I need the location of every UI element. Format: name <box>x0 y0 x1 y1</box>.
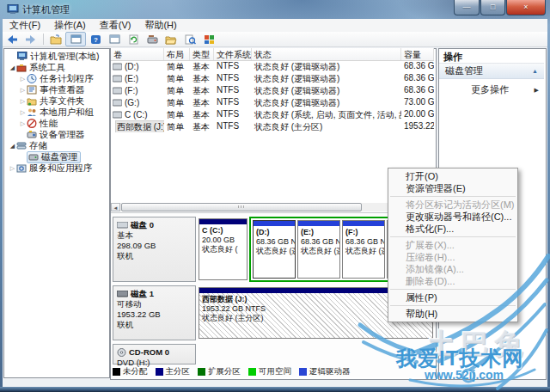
disk-icon <box>28 152 39 162</box>
column-header-type[interactable]: 类型 <box>190 48 214 60</box>
scrollbar-thumb[interactable] <box>121 203 362 211</box>
submenu-arrow-icon: ▶ <box>535 87 544 94</box>
menu-bar: 文件(F) 操作(A) 查看(V) 帮助(H) <box>3 19 547 33</box>
partition-size: 68.36 GB N <box>256 237 295 246</box>
partition-f[interactable]: (F:) 68.36 GB N 状态良好 (逻 <box>342 220 385 279</box>
tree-item-label: 服务和应用程序 <box>29 162 93 175</box>
title-bar[interactable]: 计算机管理 — □ × <box>0 0 550 19</box>
settings-icon[interactable] <box>199 33 218 46</box>
volume-capacity: 73.00 GB <box>401 96 434 108</box>
legend-item-extended: 扩展分区 <box>198 366 241 377</box>
toolbar: ? <box>3 32 547 47</box>
more-actions-item[interactable]: 更多操作 ▶ <box>439 83 544 96</box>
expander-icon[interactable]: ▷ <box>19 76 27 83</box>
column-header-layout[interactable]: 布局 <box>164 48 190 60</box>
tree-item-storage[interactable]: ◢ 存储 <box>5 140 47 151</box>
rescan-disks-icon[interactable] <box>143 33 162 46</box>
show-console-tree-icon[interactable] <box>46 33 65 46</box>
tree-item-shared-folders[interactable]: ▷ 共享文件夹 <box>5 95 85 107</box>
tree-item-label: 事件查看器 <box>40 84 85 96</box>
volume-name: (D:) <box>125 62 139 71</box>
close-button[interactable]: × <box>506 0 546 15</box>
find-icon[interactable] <box>180 33 199 46</box>
minimize-button[interactable]: — <box>454 0 480 15</box>
partition-size: 20.00 GB <box>202 236 235 244</box>
volume-row-e[interactable]: (E:) 简单 基本 NTFS 状态良好 (逻辑驱动器) 68.36 GB <box>111 72 434 84</box>
expander-icon[interactable]: ▷ <box>19 87 27 94</box>
forward-icon[interactable] <box>21 33 40 46</box>
menu-action[interactable]: 操作(A) <box>47 19 93 32</box>
volume-icon <box>113 99 122 107</box>
menu-separator <box>390 305 516 306</box>
console-window-icon[interactable] <box>65 32 86 46</box>
partition-name: (E:) <box>301 228 314 236</box>
refresh-icon[interactable] <box>124 33 143 46</box>
device-manager-icon <box>27 130 37 139</box>
tree-item-task-scheduler[interactable]: ▷ 任务计划程序 <box>5 73 94 84</box>
volume-row-f[interactable]: (F:) 简单 基本 NTFS 状态良好 (逻辑驱动器) 68.36 GB <box>111 84 434 96</box>
disk0-header[interactable]: 磁盘 0 基本 298.09 GB 联机 <box>113 217 196 282</box>
app-icon <box>7 4 19 15</box>
menu-file[interactable]: 文件(F) <box>3 19 47 32</box>
back-icon[interactable] <box>3 33 21 46</box>
volume-row-g[interactable]: (G:) 简单 基本 NTFS 状态良好 (逻辑驱动器) 73.00 GB <box>111 96 434 108</box>
tree-item-label: 任务计划程序 <box>40 73 94 85</box>
tree-item-label: 性能 <box>40 118 58 130</box>
column-header-volume[interactable]: 卷 <box>111 48 164 60</box>
tree-item-system-tools[interactable]: ◢ 系统工具 <box>5 62 65 73</box>
tree-item-disk-management[interactable]: 磁盘管理 <box>5 151 81 162</box>
expander-icon[interactable]: ▷ <box>19 120 27 127</box>
maximize-button[interactable]: □ <box>480 0 505 15</box>
collapse-chevron-icon[interactable]: ▲ <box>532 68 544 74</box>
scroll-left-arrow[interactable]: ◄ <box>111 203 120 211</box>
legend-item-logical-drive: 逻辑驱动器 <box>299 366 351 377</box>
volume-type: 基本 <box>190 60 214 72</box>
menu-separator <box>390 289 516 290</box>
actions-group-disk-management[interactable]: 磁盘管理 ▲ <box>439 64 544 79</box>
volume-row-c[interactable]: C (C:) 简单 基本 NTFS 状态良好 (系统, 启动, 页面文件, 活动… <box>111 108 434 120</box>
partition-c[interactable]: C (C:) 20.00 GB 状态良好 ( <box>199 218 248 280</box>
tree-item-event-viewer[interactable]: ▷ 事件查看器 <box>5 84 85 95</box>
menu-view[interactable]: 查看(V) <box>93 19 138 32</box>
volume-row-j-selected[interactable]: 西部数据 (J:) 简单 基本 NTFS 状态良好 (主分区) 1953.22 … <box>111 120 434 132</box>
column-header-filesystem[interactable]: 文件系统 <box>214 48 252 60</box>
menu-item-help[interactable]: 帮助(H) <box>388 308 517 320</box>
partition-d[interactable]: (D:) 68.36 GB N 状态良好 (逻 <box>253 220 296 279</box>
partition-status: 状态良好 (逻 <box>345 247 384 255</box>
volume-capacity: 68.36 GB <box>401 72 434 84</box>
open-folder-icon[interactable] <box>162 33 180 46</box>
disk1-header[interactable]: 磁盘 1 可移动 1953.22 GB 联机 <box>113 285 196 340</box>
volume-layout: 简单 <box>164 108 190 120</box>
menu-item-change-drive-letter[interactable]: 更改驱动器号和路径(C)... <box>388 211 517 223</box>
menu-help[interactable]: 帮助(H) <box>138 19 183 32</box>
expander-icon[interactable]: ▷ <box>9 165 16 172</box>
expander-icon[interactable]: ◢ <box>9 64 16 71</box>
window-title: 计算机管理 <box>22 3 70 16</box>
column-header-capacity[interactable]: 容量 <box>401 48 434 60</box>
more-actions-label: 更多操作 <box>439 83 535 96</box>
expander-icon[interactable]: ▷ <box>19 98 27 105</box>
properties-window-icon[interactable] <box>105 33 124 46</box>
volume-row-d[interactable]: (D:) 简单 基本 NTFS 状态良好 (逻辑驱动器) 68.36 GB <box>111 60 434 72</box>
menu-item-properties[interactable]: 属性(P) <box>388 291 517 303</box>
volume-context-menu: 打开(O) 资源管理器(E) 将分区标记为活动分区(M) 更改驱动器号和路径(C… <box>388 168 518 322</box>
cd-rom-icon <box>117 348 126 357</box>
tree-item-device-manager[interactable]: 设备管理器 <box>5 129 85 140</box>
partition-type-legend: 未分配 主分区 扩展分区 可用空间 逻辑驱动器 <box>113 366 351 377</box>
menu-item-open[interactable]: 打开(O) <box>388 170 517 182</box>
column-header-status[interactable]: 状态 <box>252 48 401 60</box>
svg-text:?: ? <box>94 36 98 44</box>
partition-e[interactable]: (E:) 68.36 GB N 状态良好 (逻 <box>297 220 340 279</box>
tree-item-local-users-groups[interactable]: ▷ 本地用户和组 <box>5 107 94 118</box>
menu-item-explorer[interactable]: 资源管理器(E) <box>388 182 517 194</box>
horizontal-scrollbar[interactable]: ◄ ► <box>111 203 434 211</box>
expander-icon[interactable]: ◢ <box>9 143 16 150</box>
help-icon[interactable]: ? <box>86 33 105 46</box>
menu-item-format[interactable]: 格式化(F)... <box>388 223 517 235</box>
partition-status: 状态良好 (逻 <box>256 247 295 255</box>
expander-icon[interactable]: ▷ <box>19 109 27 116</box>
tree-item-services-applications[interactable]: ▷ 服务和应用程序 <box>5 162 93 174</box>
tree-item-computer-management[interactable]: 计算机管理(本地) <box>5 51 100 62</box>
cdrom-header[interactable]: CD-ROM 0 DVD (H:) <box>113 344 196 364</box>
tree-item-performance[interactable]: ▷ 性能 <box>5 118 58 129</box>
